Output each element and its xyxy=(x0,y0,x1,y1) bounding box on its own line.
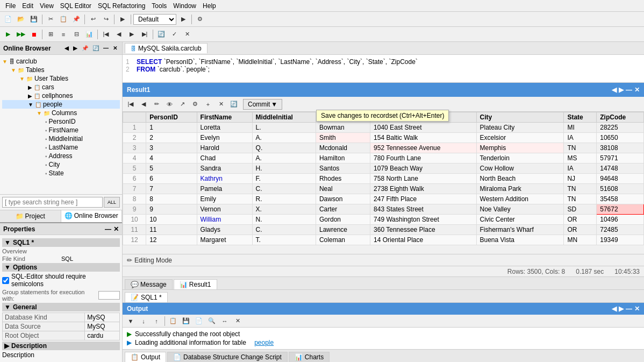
tree-item-cellphones[interactable]: ▶ 📋 cellphones xyxy=(2,91,120,100)
cell-lastname[interactable]: Lawrence xyxy=(316,225,370,235)
output-search-btn[interactable]: 🔍 xyxy=(206,315,218,327)
result-minimize[interactable]: — xyxy=(626,86,632,94)
cell-middleinitial[interactable]: C. xyxy=(252,225,316,235)
result-add-row-btn[interactable]: + xyxy=(202,98,214,110)
cell-zipcode[interactable]: 51608 xyxy=(597,184,644,194)
nav-first[interactable]: |◀ xyxy=(100,29,112,40)
panel-refresh-btn[interactable]: 🔄 xyxy=(91,45,101,52)
cell-rownum[interactable]: 10 xyxy=(123,215,146,225)
cell-rownum[interactable]: 3 xyxy=(123,143,146,153)
menu-file[interactable]: File xyxy=(2,1,19,11)
tree-col-city[interactable]: ▪ City xyxy=(2,160,120,169)
cell-address[interactable]: 2738 Eighth Walk xyxy=(370,184,476,194)
result-filter-btn[interactable]: ⚙ xyxy=(189,98,201,110)
cell-rownum[interactable]: 7 xyxy=(123,184,146,194)
cell-lastname[interactable]: Mcdonald xyxy=(316,143,370,153)
open-btn[interactable]: 📂 xyxy=(15,13,27,25)
result-close[interactable]: ✕ xyxy=(634,86,640,94)
cell-state[interactable]: MI xyxy=(564,123,597,133)
output-down-btn[interactable]: ↓ xyxy=(138,315,149,327)
result-delete-row-btn[interactable]: ✕ xyxy=(215,98,227,110)
cell-firstname[interactable]: William xyxy=(197,215,252,225)
cell-middleinitial[interactable]: C. xyxy=(252,184,316,194)
table-row[interactable]: 55SandraH.Santos1079 Beach WayCow Hollow… xyxy=(123,164,644,174)
cell-state[interactable]: MS xyxy=(564,153,597,164)
cell-lastname[interactable]: Smith xyxy=(316,133,370,143)
panel-next-btn[interactable]: ▶ xyxy=(71,45,79,52)
cell-lastname[interactable]: Neal xyxy=(316,184,370,194)
tree-item-cars[interactable]: ▶ 📋 cars xyxy=(2,83,120,91)
cell-state[interactable]: TN xyxy=(564,143,597,153)
cell-state[interactable]: OR xyxy=(564,215,597,225)
cell-city[interactable]: Memphis xyxy=(476,143,564,153)
table-row[interactable]: 33HaroldQ.Mcdonald952 Tennessee AvenueMe… xyxy=(123,143,644,153)
tab-project[interactable]: 📁 Project xyxy=(0,210,61,222)
query-area[interactable]: 1 SELECT `PersonID`, `FirstName`, `Middl… xyxy=(123,55,644,83)
sql-tab-carclub[interactable]: 🗄 MySQL Sakila.carclub xyxy=(125,43,207,53)
table-row[interactable]: 22EvelynA.Smith154 Baltic WalkExcelsiorI… xyxy=(123,133,644,143)
panel-prev-btn[interactable]: ◀ xyxy=(63,45,70,52)
discard-btn[interactable]: ✕ xyxy=(181,29,193,40)
result-refresh2-btn[interactable]: 🔄 xyxy=(228,98,240,110)
output-script-btn[interactable]: 📄 xyxy=(193,315,205,327)
cell-state[interactable]: NJ xyxy=(564,174,597,184)
cell-zipcode[interactable]: 19349 xyxy=(597,235,644,245)
menu-edit[interactable]: Edit xyxy=(19,1,37,11)
cell-city[interactable]: North Beach xyxy=(476,174,564,184)
grid-btn[interactable]: ⊞ xyxy=(45,29,56,40)
cell-personid[interactable]: 8 xyxy=(146,194,197,204)
cell-personid[interactable]: 1 xyxy=(146,123,197,133)
props-semicolon-row[interactable]: SQL-Editor should require semicolons xyxy=(2,273,120,288)
cell-middleinitial[interactable]: N. xyxy=(252,215,316,225)
cell-middleinitial[interactable]: F. xyxy=(252,174,316,184)
table-row[interactable]: 1010WilliamN.Gordon749 Washington Street… xyxy=(123,215,644,225)
cell-city[interactable]: Excelsior xyxy=(476,133,564,143)
cell-personid[interactable]: 5 xyxy=(146,164,197,174)
cell-address[interactable]: 154 Baltic Walk xyxy=(370,133,476,143)
menu-sql-editor[interactable]: SQL Editor xyxy=(57,1,95,11)
cell-firstname[interactable]: Sandra xyxy=(197,164,252,174)
search-input[interactable] xyxy=(2,197,103,208)
cell-firstname[interactable]: Harold xyxy=(197,143,252,153)
menu-sql-refactoring[interactable]: SQL Refactoring xyxy=(95,1,148,11)
cell-city[interactable]: Noe Valley xyxy=(476,204,564,215)
output-nav-prev[interactable]: ◀ xyxy=(612,305,617,313)
table-row[interactable]: 66KathrynF.Rhodes758 North LaneNorth Bea… xyxy=(123,174,644,184)
cell-address[interactable]: 247 Fifth Place xyxy=(370,194,476,204)
cell-firstname[interactable]: Kathryn xyxy=(197,174,252,184)
undo-btn[interactable]: ↩ xyxy=(87,13,99,25)
refresh-btn[interactable]: 🔄 xyxy=(155,29,167,40)
result-nav-next[interactable]: ▶ xyxy=(619,86,624,94)
cell-personid[interactable]: 3 xyxy=(146,143,197,153)
tree-columns[interactable]: ▼ 📁 Columns xyxy=(2,109,120,117)
cell-zipcode[interactable]: 10650 xyxy=(597,133,644,143)
cell-rownum[interactable]: 11 xyxy=(123,225,146,235)
copy-btn[interactable]: 📋 xyxy=(58,13,69,25)
result-export-btn[interactable]: ↗ xyxy=(176,98,188,110)
commit-button[interactable]: Commit ▼ xyxy=(243,99,282,110)
result-edit-btn[interactable]: ✏ xyxy=(151,98,162,110)
cell-middleinitial[interactable]: A. xyxy=(252,153,316,164)
cell-personid[interactable]: 6 xyxy=(146,174,197,184)
tree-user-tables[interactable]: ▼ 📁 User Tables xyxy=(2,74,120,83)
menu-window[interactable]: Window xyxy=(170,1,199,11)
apply-btn[interactable]: ✓ xyxy=(168,29,180,40)
cell-zipcode[interactable]: 72485 xyxy=(597,225,644,235)
menu-tools[interactable]: Tools xyxy=(148,1,170,11)
run-btn[interactable]: ▶ xyxy=(2,29,14,40)
tree-col-state[interactable]: ▪ State xyxy=(2,169,120,178)
more-btn[interactable]: ⚙ xyxy=(194,13,206,25)
cell-state[interactable]: OR xyxy=(564,225,597,235)
menu-view[interactable]: View xyxy=(37,1,57,11)
cell-lastname[interactable]: Hamilton xyxy=(316,153,370,164)
output-tab-charts[interactable]: 📊 Charts xyxy=(289,352,330,362)
cell-personid[interactable]: 7 xyxy=(146,184,197,194)
tree-col-middleinitial[interactable]: ▪ MiddleInitial xyxy=(2,134,120,143)
nav-next[interactable]: ▶ xyxy=(126,29,138,40)
cell-firstname[interactable]: Chad xyxy=(197,153,252,164)
cell-state[interactable]: TN xyxy=(564,184,597,194)
cell-middleinitial[interactable]: R. xyxy=(252,194,316,204)
menu-help[interactable]: Help xyxy=(199,1,219,11)
cell-firstname[interactable]: Loretta xyxy=(197,123,252,133)
cell-rownum[interactable]: 8 xyxy=(123,194,146,204)
